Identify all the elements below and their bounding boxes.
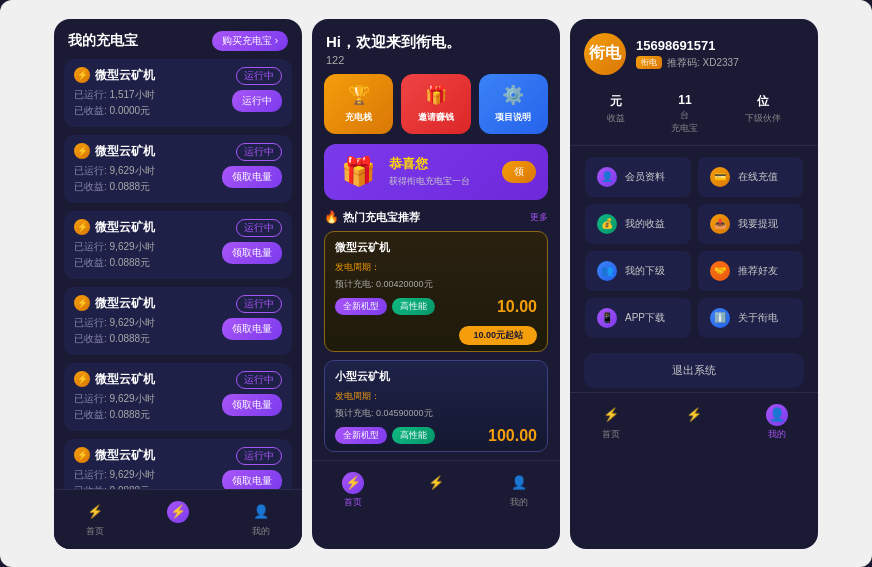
mid-icon-right: ⚡ [683,404,705,426]
miner-left-4: ⚡ 微型云矿机 已运行: 9,629小时 已收益: 0.0888元 [74,371,222,423]
miner-item-4: ⚡ 微型云矿机 已运行: 9,629小时 已收益: 0.0888元 运行中 领取… [64,363,292,431]
product-name-2: 小型云矿机 [325,361,547,388]
nav-home-left[interactable]: ⚡ 首页 [54,498,137,541]
stat-label-chargers: 台充电宝 [671,109,698,135]
miner-right-4: 运行中 领取电量 [222,371,282,416]
miner-stat-4: 已运行: 9,629小时 [74,391,222,407]
miner-item-2: ⚡ 微型云矿机 已运行: 9,629小时 已收益: 0.0888元 运行中 领取… [64,211,292,279]
avatar: 衔电 [584,33,626,75]
quick-btn-charge[interactable]: 🏆 充电栈 [324,74,393,134]
profile-icon: 👤 [597,167,617,187]
miner-earnings-2: 已收益: 0.0888元 [74,255,222,271]
miner-btn-2[interactable]: 领取电量 [222,242,282,264]
product-buy-btn-1[interactable]: 10.00元起站 [459,326,537,345]
earnings-label: 我的收益 [625,217,665,231]
miner-name-4: ⚡ 微型云矿机 [74,371,222,388]
earnings-icon: 💰 [597,214,617,234]
refer-icon: 🤝 [710,261,730,281]
ref-badge: 衔电 [636,56,662,69]
nav-mine-left[interactable]: 👤 我的 [219,498,302,541]
miner-stat-3: 已运行: 9,629小时 [74,315,222,331]
miner-left-1: ⚡ 微型云矿机 已运行: 9,629小时 已收益: 0.0888元 [74,143,222,195]
product-price-1: 10.00 [497,298,537,316]
menu-withdraw[interactable]: 📤 我要提现 [698,204,804,244]
more-link[interactable]: 更多 [530,211,548,224]
left-title: 我的充电宝 [68,32,138,50]
congrats-btn[interactable]: 领 [502,161,536,183]
miner-name-text-2: 微型云矿机 [95,219,155,236]
miner-icon-0: ⚡ [74,67,90,83]
miner-stat-2: 已运行: 9,629小时 [74,239,222,255]
miner-icon-2: ⚡ [74,219,90,235]
buy-button[interactable]: 购买充电宝 [212,31,288,51]
nav-home-right[interactable]: ⚡ 首页 [570,401,653,444]
quick-btn-project[interactable]: ⚙️ 项目说明 [479,74,548,134]
left-bottom-nav: ⚡ 首页 ⚡ 👤 我的 [54,489,302,549]
nav-mine-right[interactable]: 👤 我的 [735,401,818,444]
home-icon-left: ⚡ [84,501,106,523]
miner-name-5: ⚡ 微型云矿机 [74,447,222,464]
app-label: APP下载 [625,311,665,325]
stat-label-earnings: 收益 [607,112,625,125]
miner-item-1: ⚡ 微型云矿机 已运行: 9,629小时 已收益: 0.0888元 运行中 领取… [64,135,292,203]
right-panel: 衔电 15698691571 衔电 推荐码: XD2337 元 收益 11 台充… [570,19,818,549]
nav-mid-right[interactable]: ⚡ [653,401,736,444]
tag-new-1: 全新机型 [335,298,387,315]
hot-title: 🔥 热门充电宝推荐 [324,210,420,225]
nav-mine-center[interactable]: 👤 我的 [477,469,560,512]
recharge-label: 在线充值 [738,170,778,184]
congrats-title: 恭喜您 [389,155,494,173]
miner-item-5: ⚡ 微型云矿机 已运行: 9,629小时 已收益: 0.0888元 运行中 领取… [64,439,292,489]
tag-perf-1: 高性能 [392,298,435,315]
logout-button[interactable]: 退出系统 [584,353,804,388]
miner-btn-1[interactable]: 领取电量 [222,166,282,188]
menu-app[interactable]: 📱 APP下载 [585,298,691,338]
app-wrapper: 我的充电宝 购买充电宝 ⚡ 微型云矿机 已运行: 1,517小时 已收益: 0.… [0,0,872,567]
miner-icon-5: ⚡ [74,447,90,463]
miner-name-text-5: 微型云矿机 [95,447,155,464]
stat-label-partners: 下级伙伴 [745,112,781,125]
product-period-2: 发电周期： [325,388,547,405]
menu-refer[interactable]: 🤝 推荐好友 [698,251,804,291]
withdraw-label: 我要提现 [738,217,778,231]
menu-downline[interactable]: 👥 我的下级 [585,251,691,291]
congrats-text: 恭喜您 获得衔电充电宝一台 [389,155,494,188]
about-icon: ℹ️ [710,308,730,328]
nav-mine-label-center: 我的 [510,496,528,509]
greeting-text: Hi，欢迎来到衔电。 [326,33,546,52]
withdraw-icon: 📤 [710,214,730,234]
product-price-2: 100.00 [488,427,537,445]
nav-mid-center[interactable]: ⚡ [395,469,478,512]
product-tags-2: 全新机型 高性能 100.00 [325,422,547,451]
about-label: 关于衔电 [738,311,778,325]
miner-item-3: ⚡ 微型云矿机 已运行: 9,629小时 已收益: 0.0888元 运行中 领取… [64,287,292,355]
miner-btn-0[interactable]: 运行中 [232,90,282,112]
product-name-1: 微型云矿机 [325,232,547,259]
mine-icon-center: 👤 [508,472,530,494]
product-tags-1: 全新机型 高性能 10.00 [325,293,547,322]
nav-home-center[interactable]: ⚡ 首页 [312,469,395,512]
charge-icon: 🏆 [348,84,370,106]
quick-btn-invite[interactable]: 🎁 邀请赚钱 [401,74,470,134]
miner-status-0: 运行中 [236,67,282,85]
miner-name-1: ⚡ 微型云矿机 [74,143,222,160]
refer-label: 推荐好友 [738,264,778,278]
menu-recharge[interactable]: 💳 在线充值 [698,157,804,197]
miner-btn-3[interactable]: 领取电量 [222,318,282,340]
center-panel: Hi，欢迎来到衔电。 122 🏆 充电栈 🎁 邀请赚钱 ⚙️ 项目说明 🎁 恭喜… [312,19,560,549]
miner-earnings-5: 已收益: 0.0888元 [74,483,222,489]
stat-val-earnings: 元 [607,93,625,110]
nav-home-label-center: 首页 [344,496,362,509]
mine-icon-right: 👤 [766,404,788,426]
nav-center-left[interactable]: ⚡ [137,498,220,541]
menu-profile[interactable]: 👤 会员资料 [585,157,691,197]
miner-left-2: ⚡ 微型云矿机 已运行: 9,629小时 已收益: 0.0888元 [74,219,222,271]
miner-right-3: 运行中 领取电量 [222,295,282,340]
miner-btn-4[interactable]: 领取电量 [222,394,282,416]
center-bottom-nav: ⚡ 首页 ⚡ 👤 我的 [312,460,560,520]
menu-earnings[interactable]: 💰 我的收益 [585,204,691,244]
menu-about[interactable]: ℹ️ 关于衔电 [698,298,804,338]
left-panel: 我的充电宝 购买充电宝 ⚡ 微型云矿机 已运行: 1,517小时 已收益: 0.… [54,19,302,549]
miner-btn-5[interactable]: 领取电量 [222,470,282,489]
miner-name-2: ⚡ 微型云矿机 [74,219,222,236]
